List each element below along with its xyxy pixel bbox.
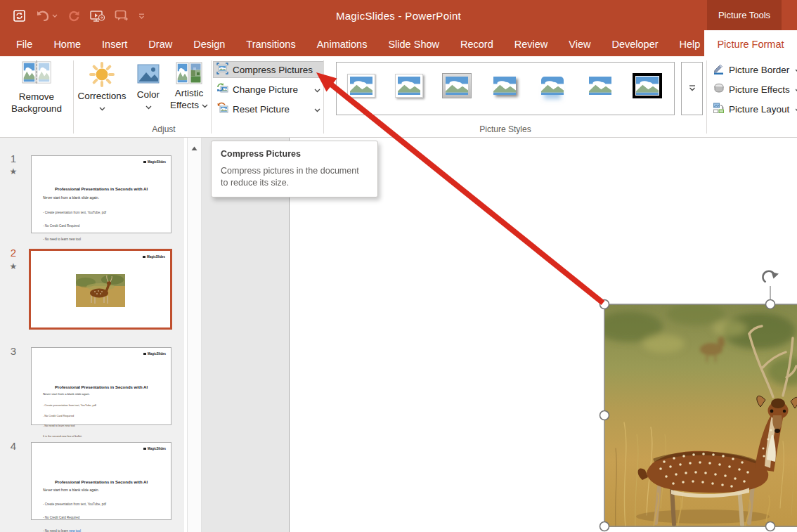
picture-border-icon	[713, 63, 725, 77]
thumb-slide-title: Professional Presentations in Seconds wi…	[32, 480, 171, 484]
slide-thumbnail-3[interactable]: MagicSlides Professional Presentations i…	[31, 347, 171, 425]
picture-layout-label: Picture Layout	[729, 104, 789, 115]
artistic-effects-icon	[176, 62, 202, 87]
scrollbar-up-arrow-icon[interactable]	[188, 138, 201, 154]
thumb-slide-bullets: - Create presentation from text, YouTube…	[43, 202, 106, 251]
magicslides-logo: MagicSlides	[143, 255, 165, 259]
group-separator	[211, 60, 212, 134]
ribbon-tab-bar: File Home Insert Draw Design Transitions…	[0, 32, 797, 56]
magicslides-logo: MagicSlides	[143, 160, 166, 164]
tab-insert[interactable]: Insert	[91, 32, 138, 56]
logo-mark-icon	[143, 161, 146, 164]
remove-background-icon	[22, 60, 51, 87]
slide-number: 3	[4, 345, 22, 357]
color-picture-icon	[136, 62, 160, 89]
artistic-effects-button[interactable]: Artistic Effects	[169, 62, 209, 111]
slide-number: 4	[4, 440, 22, 452]
tab-picture-format[interactable]: Picture Format	[704, 32, 797, 56]
tab-design[interactable]: Design	[183, 32, 235, 56]
color-label: Color	[137, 89, 160, 100]
corrections-button[interactable]: Corrections	[77, 62, 127, 114]
chevron-down-icon	[145, 100, 152, 112]
reset-picture-label: Reset Picture	[233, 104, 290, 115]
picture-styles-group-label: Picture Styles	[336, 124, 675, 136]
customize-qat-chevron-icon[interactable]	[138, 13, 145, 19]
tab-developer[interactable]: Developer	[601, 32, 668, 56]
tab-review[interactable]: Review	[504, 32, 559, 56]
redo-icon[interactable]	[67, 10, 80, 22]
slide-thumbnail-4[interactable]: MagicSlides Professional Presentations i…	[31, 442, 171, 520]
tab-transitions[interactable]: Transitions	[235, 32, 306, 56]
thumbnail-scrollbar[interactable]	[187, 138, 202, 532]
picture-layout-button[interactable]: Picture Layout	[710, 101, 797, 117]
tab-animations[interactable]: Animations	[306, 32, 378, 56]
picture-styles-more-button[interactable]	[681, 62, 703, 115]
thumb-slide-intro: Never start from a blank slide again.	[43, 195, 99, 200]
change-picture-icon	[216, 82, 228, 96]
picture-style-black-frame[interactable]	[633, 72, 661, 100]
chevron-down-icon	[314, 104, 320, 115]
reset-picture-icon	[216, 102, 228, 116]
comment-icon[interactable]	[115, 10, 129, 22]
picture-border-label: Picture Border	[729, 65, 789, 75]
remove-background-label-line1: Remove	[19, 91, 54, 103]
picture-effects-label: Picture Effects	[729, 84, 790, 95]
animation-star-icon: ★	[4, 167, 22, 176]
chevron-down-icon	[52, 14, 58, 18]
picture-style-drop-shadow[interactable]	[491, 72, 519, 100]
slide-thumbnail-2[interactable]: MagicSlides	[29, 249, 172, 330]
tab-file[interactable]: File	[6, 32, 43, 56]
picture-style-beveled-white-frame[interactable]	[395, 72, 423, 100]
magicslides-logo: MagicSlides	[143, 352, 166, 356]
tab-home[interactable]: Home	[43, 32, 91, 56]
picture-style-reflected-rounded[interactable]	[538, 72, 566, 100]
picture-style-simple-white-frame[interactable]	[347, 72, 375, 100]
reset-picture-button[interactable]: Reset Picture	[214, 101, 323, 117]
slide-number: 2	[4, 247, 22, 259]
change-picture-button[interactable]: Change Picture	[214, 82, 323, 97]
thumb-slide-intro: Never start from a blank slide again.	[43, 488, 99, 492]
slide-number: 1	[4, 153, 22, 164]
save-icon[interactable]	[13, 9, 26, 22]
quick-access-toolbar	[13, 0, 145, 32]
color-button[interactable]: Color	[131, 62, 166, 112]
compress-pictures-label: Compress Pictures	[233, 65, 313, 75]
change-picture-label: Change Picture	[233, 84, 298, 95]
picture-border-button[interactable]: Picture Border	[710, 62, 797, 77]
picture-tools-contextual-tab: Picture Tools	[707, 0, 782, 30]
slide-thumbnail-1[interactable]: MagicSlides Professional Presentations i…	[31, 155, 171, 233]
chevron-down-icon	[314, 84, 320, 95]
tab-view[interactable]: View	[558, 32, 601, 56]
powerpoint-window: { "titlebar": { "title": "MagicSlides - …	[0, 0, 797, 532]
tab-draw[interactable]: Draw	[138, 32, 183, 56]
compress-pictures-tooltip: Compress Pictures Compress pictures in t…	[211, 141, 378, 197]
corrections-sun-icon	[89, 62, 115, 90]
thumb-hyperlink: new tool	[69, 529, 81, 532]
thumb-slide-title: Professional Presentations in Seconds wi…	[32, 385, 171, 389]
chevron-down-icon	[202, 99, 208, 111]
more-styles-icon	[688, 85, 696, 92]
tooltip-body: Compress pictures in the document to red…	[221, 165, 368, 189]
tab-record[interactable]: Record	[450, 32, 504, 56]
magicslides-logo: MagicSlides	[143, 447, 166, 450]
deer-photo-thumbnail	[76, 274, 125, 307]
artistic-effects-label-line2: Effects	[170, 99, 199, 111]
compress-pictures-icon	[216, 63, 228, 77]
logo-mark-icon	[143, 256, 145, 259]
picture-style-metal-frame[interactable]	[443, 72, 471, 100]
tab-slide-show[interactable]: Slide Show	[377, 32, 450, 56]
remove-background-button[interactable]: Remove Background	[3, 60, 70, 115]
picture-style-soft-edge[interactable]	[586, 72, 614, 100]
thumb-slide-title: Professional Presentations in Seconds wi…	[32, 187, 171, 191]
deer-photo[interactable]	[604, 304, 797, 527]
undo-icon[interactable]	[36, 11, 58, 22]
artistic-effects-label-line1: Artistic	[175, 87, 204, 99]
start-slideshow-icon[interactable]	[90, 10, 105, 22]
picture-layout-icon	[713, 102, 725, 116]
picture-effects-button[interactable]: Picture Effects	[710, 82, 797, 97]
logo-mark-icon	[143, 353, 146, 356]
thumb-slide-intro: Never start from a blank slide again.	[43, 392, 90, 396]
logo-mark-icon	[143, 448, 146, 450]
compress-pictures-button[interactable]: Compress Pictures	[214, 62, 323, 77]
chevron-down-icon	[99, 102, 105, 114]
